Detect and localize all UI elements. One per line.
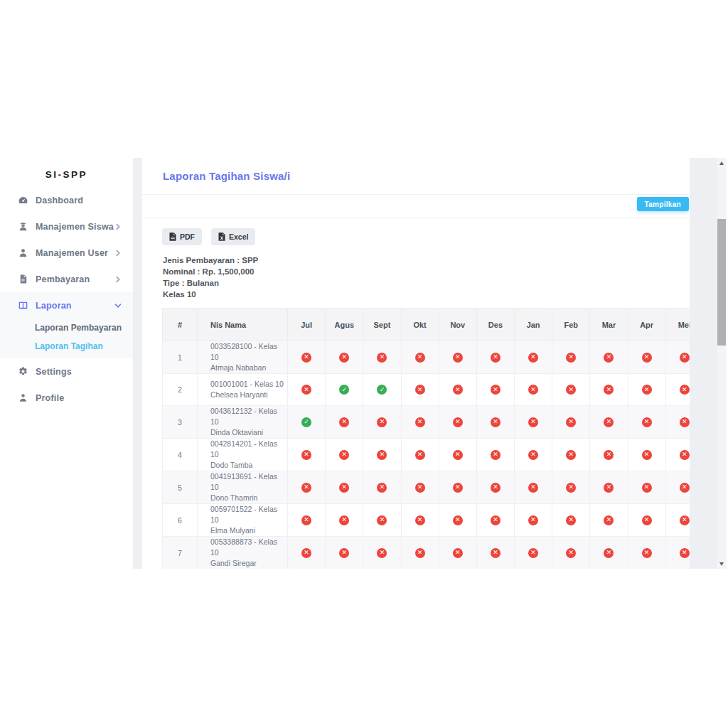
status-cell: ✕: [439, 374, 476, 406]
status-cell: ✕: [552, 406, 590, 439]
sidebar-item-dashboard[interactable]: Dashboard: [0, 187, 133, 213]
status-cell: ✕: [439, 406, 476, 439]
payment-info: Jenis Pembayaran : SPP Nominal : Rp. 1,5…: [163, 255, 690, 300]
status-cell: ✕: [288, 471, 326, 504]
table-row: 50041913691 - Kelas 10Dono Thamrin✕✕✕✕✕✕…: [163, 471, 690, 504]
unpaid-x-icon: ✕: [301, 483, 311, 493]
scroll-down-arrow[interactable]: [717, 559, 727, 569]
unpaid-x-icon: ✕: [604, 450, 614, 460]
app-window: SI-SPP DashboardManajemen SiswaManajemen…: [0, 158, 727, 569]
unpaid-x-icon: ✕: [415, 483, 425, 493]
pdf-export-button[interactable]: PDF: [162, 228, 202, 245]
status-cell: ✕: [476, 439, 514, 471]
status-cell: ✕: [665, 406, 690, 439]
status-cell: ✕: [439, 341, 476, 374]
status-cell: ✕: [401, 471, 439, 504]
status-cell: ✕: [552, 537, 590, 569]
status-cell: ✕: [326, 504, 363, 537]
profile-icon: [18, 392, 28, 403]
sidebar-item-settings[interactable]: Settings: [0, 358, 133, 385]
status-cell: ✕: [590, 504, 628, 537]
unpaid-x-icon: ✕: [491, 417, 500, 427]
chevron-right-icon: [114, 250, 122, 257]
unpaid-x-icon: ✕: [566, 385, 576, 395]
scrollbar-thumb[interactable]: [717, 219, 726, 346]
content-card: Laporan Tagihan Siswa/i Tampilkan PDFExc…: [142, 158, 690, 569]
student-cell: 0059701522 - Kelas 10Elma Mulyani: [198, 504, 288, 537]
file-excel-icon: [218, 232, 225, 241]
status-cell: ✕: [515, 406, 552, 439]
unpaid-x-icon: ✕: [491, 548, 500, 558]
user-icon: [18, 247, 28, 258]
unpaid-x-icon: ✕: [453, 450, 463, 460]
unpaid-x-icon: ✕: [566, 515, 576, 525]
column-header-mar: Mar: [590, 309, 628, 341]
status-cell: ✕: [515, 537, 552, 569]
student-nis: 0043612132 - Kelas 10: [210, 406, 287, 427]
status-cell: ✕: [590, 374, 628, 406]
vertical-scrollbar[interactable]: [717, 158, 727, 569]
unpaid-x-icon: ✕: [453, 515, 463, 525]
unpaid-x-icon: ✕: [528, 483, 538, 493]
sidebar-item-manajemen-siswa[interactable]: Manajemen Siswa: [0, 213, 133, 240]
column-header-apr: Apr: [628, 309, 665, 341]
status-cell: ✕: [590, 537, 628, 569]
status-cell: ✕: [326, 471, 363, 504]
column-header-nov: Nov: [439, 309, 476, 341]
unpaid-x-icon: ✕: [453, 548, 463, 558]
export-toolbar: PDFExcel: [162, 228, 690, 245]
unpaid-x-icon: ✕: [377, 417, 387, 427]
sidebar-subitem-laporan-pembayaran[interactable]: Laporan Pembayaran: [0, 318, 133, 337]
paid-check-icon: ✓: [301, 417, 311, 427]
unpaid-x-icon: ✕: [680, 515, 690, 525]
scroll-up-arrow[interactable]: [717, 158, 727, 168]
unpaid-x-icon: ✕: [491, 515, 500, 525]
table-row: 70053388873 - Kelas 10Gandi Siregar✕✕✕✕✕…: [163, 537, 690, 569]
status-cell: ✕: [515, 439, 552, 471]
unpaid-x-icon: ✕: [377, 353, 387, 363]
status-cell: ✕: [363, 504, 401, 537]
unpaid-x-icon: ✕: [453, 417, 463, 427]
tampilkan-button[interactable]: Tampilkan: [637, 197, 689, 211]
status-cell: ✕: [628, 406, 665, 439]
unpaid-x-icon: ✕: [604, 385, 614, 395]
status-cell: ✕: [326, 406, 363, 439]
sidebar-item-profile[interactable]: Profile: [0, 385, 133, 411]
status-cell: ✕: [439, 537, 476, 569]
status-cell: ✕: [288, 374, 326, 406]
columns-icon: [18, 300, 28, 311]
sidebar-subitem-laporan-tagihan[interactable]: Laporan Tagihan: [0, 337, 133, 355]
unpaid-x-icon: ✕: [377, 483, 387, 493]
info-nominal: Nominal : Rp. 1,500,000: [163, 266, 690, 277]
sidebar: SI-SPP DashboardManajemen SiswaManajemen…: [0, 158, 133, 569]
sidebar-item-laporan[interactable]: Laporan: [0, 292, 133, 318]
unpaid-x-icon: ✕: [680, 450, 690, 460]
student-cell: 001001001 - Kelas 10Chelsea Haryanti: [198, 374, 288, 406]
status-cell: ✕: [665, 341, 690, 374]
paid-check-icon: ✓: [377, 385, 387, 395]
status-cell: ✕: [326, 537, 363, 569]
status-cell: ✕: [552, 374, 590, 406]
unpaid-x-icon: ✕: [339, 548, 349, 558]
unpaid-x-icon: ✕: [642, 417, 652, 427]
student-nis: 0053388873 - Kelas 10: [210, 537, 287, 558]
row-number: 1: [163, 341, 198, 374]
status-cell: ✕: [476, 374, 514, 406]
unpaid-x-icon: ✕: [680, 417, 690, 427]
filter-band: Tampilkan: [142, 195, 690, 218]
status-cell: ✕: [552, 471, 590, 504]
excel-export-button[interactable]: Excel: [211, 228, 255, 245]
unpaid-x-icon: ✕: [680, 353, 690, 363]
file-pdf-icon: [169, 232, 176, 241]
brand-logo[interactable]: SI-SPP: [0, 158, 133, 180]
student-nis: 0059701522 - Kelas 10: [210, 504, 287, 525]
unpaid-x-icon: ✕: [528, 548, 538, 558]
status-cell: ✕: [326, 341, 363, 374]
column-header-jul: Jul: [288, 309, 326, 341]
status-cell: ✕: [590, 471, 628, 504]
unpaid-x-icon: ✕: [301, 548, 311, 558]
sidebar-item-pembayaran[interactable]: Pembayaran: [0, 266, 133, 292]
sidebar-item-manajemen-user[interactable]: Manajemen User: [0, 240, 133, 266]
status-cell: ✕: [288, 341, 326, 374]
student-nis: 0041913691 - Kelas 10: [210, 471, 287, 493]
